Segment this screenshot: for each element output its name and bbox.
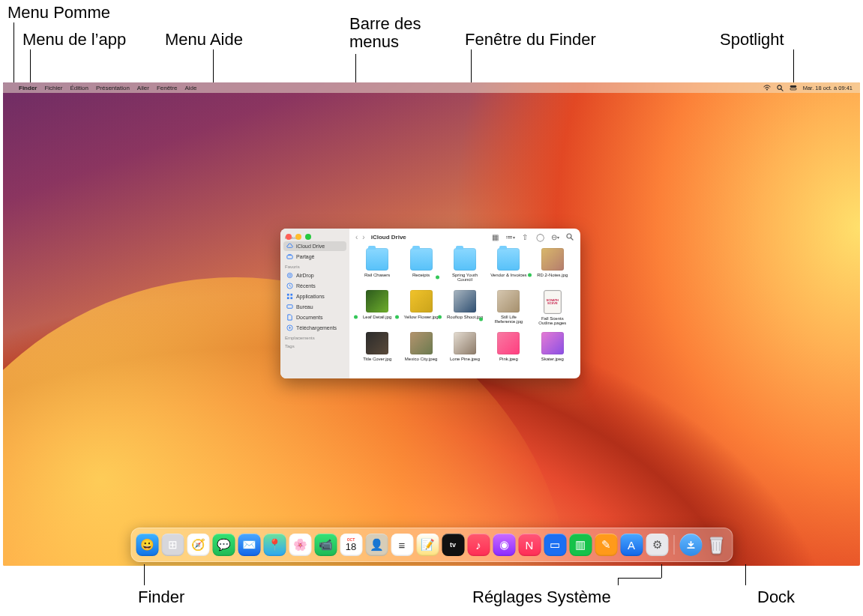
spotlight-icon[interactable] (774, 85, 787, 91)
dock-app-facetime[interactable]: 📹 (314, 534, 337, 556)
dock-app-news[interactable]: N (518, 534, 541, 556)
sidebar-item-documents[interactable]: Documents (283, 312, 346, 322)
sidebar-item-airdrop[interactable]: AirDrop (283, 271, 346, 280)
search-icon[interactable] (565, 232, 574, 241)
file-item[interactable]: RD.2-Notes.jpg (532, 248, 573, 289)
file-name: Fall Scents Outline.pages (532, 316, 573, 326)
file-name: Spring Youth Council (445, 273, 485, 283)
sync-status-icon (354, 315, 358, 319)
file-name: Still Life Reference.jpg (488, 315, 529, 324)
dock-app-safari[interactable]: 🧭 (187, 534, 209, 556)
callout-spotlight: Spotlight (720, 30, 784, 49)
file-item[interactable]: Vendor & Invoices (488, 248, 529, 289)
callout-app-menu: Menu de l’app (22, 30, 126, 49)
file-item[interactable]: Mexico City.jpeg (400, 332, 441, 372)
dock-app-musique[interactable]: ♪ (467, 534, 490, 556)
dock-app-rappels[interactable]: ≡ (391, 534, 413, 556)
file-name: Pink.jpeg (499, 357, 518, 361)
file-item[interactable]: Lone Pine.jpeg (445, 332, 485, 372)
dock: 😀⊞🧭💬✉️📍🌸📹OCT18👤≡📝tv♪◉N▭▥✎A⚙︎ (130, 528, 733, 562)
sidebar-section-label: Emplacements (285, 336, 345, 340)
sidebar-item-label: Documents (296, 315, 322, 320)
sidebar-item-partagé[interactable]: Partagé (283, 252, 346, 262)
nav-back-icon[interactable]: ‹ (355, 233, 358, 241)
menubar-item-fichier[interactable]: Fichier (40, 85, 66, 91)
wifi-icon[interactable] (760, 85, 774, 91)
menubar-item-fenêtre[interactable]: Fenêtre (153, 85, 181, 91)
svg-rect-4 (790, 88, 796, 90)
file-item[interactable]: Spring Youth Council (445, 248, 485, 289)
airdrop-icon (286, 272, 293, 279)
file-item[interactable]: Receipts (400, 248, 441, 289)
dock-app-réglages-système[interactable]: ⚙︎ (646, 534, 668, 556)
file-name: Leaf Detail.jpg (363, 315, 391, 319)
group-menu-icon[interactable]: ≔▾ (505, 232, 514, 241)
sidebar-item-bureau[interactable]: Bureau (283, 302, 346, 312)
dock-app-launchpad[interactable]: ⊞ (161, 534, 184, 556)
view-icons-icon[interactable]: ▦ (490, 232, 499, 241)
tags-icon[interactable]: ◯ (535, 232, 544, 241)
sidebar-item-applications[interactable]: Applications (283, 292, 346, 301)
dock-app-mail[interactable]: ✉️ (238, 534, 260, 556)
nav-forward-icon[interactable]: › (362, 233, 364, 241)
dock-app-contacts[interactable]: 👤 (365, 534, 388, 556)
folder-icon (497, 248, 520, 271)
menubar-item-aide[interactable]: Aide (181, 85, 200, 91)
close-button[interactable] (286, 234, 292, 240)
file-item[interactable]: Rail Chasers (357, 248, 397, 289)
action-menu-icon[interactable]: ⊖▾ (550, 232, 559, 241)
file-item[interactable]: Skater.jpeg (532, 332, 573, 372)
sidebar-item-récents[interactable]: Récents (283, 281, 346, 291)
file-name: Rail Chasers (364, 273, 390, 277)
file-item[interactable]: Yellow Flower.jpg (400, 290, 441, 330)
finder-window[interactable]: iCloudiCloud DrivePartagéFavorisAirDropR… (280, 229, 580, 378)
folder-icon (454, 248, 476, 271)
file-item[interactable]: Rooftop Shoot.jpg (445, 290, 485, 330)
window-traffic-lights[interactable] (286, 234, 311, 240)
file-item[interactable]: SCNATHSCSVEFall Scents Outline.pages (532, 290, 573, 330)
zoom-button[interactable] (305, 234, 311, 240)
dock-app-plans[interactable]: 📍 (263, 534, 286, 556)
shared-icon (286, 253, 293, 260)
svg-rect-12 (290, 297, 292, 299)
dock-app-messages[interactable]: 💬 (212, 534, 235, 556)
dock-app-tv[interactable]: tv (442, 534, 464, 556)
file-item[interactable]: Title Cover.jpg (357, 332, 397, 372)
minimize-button[interactable] (295, 234, 301, 240)
dock-app-keynote[interactable]: ▭ (544, 534, 566, 556)
leader (30, 49, 31, 84)
file-name: RD.2-Notes.jpg (537, 273, 568, 277)
apps-icon (286, 293, 293, 300)
file-item[interactable]: Leaf Detail.jpg (357, 290, 397, 330)
svg-rect-10 (290, 294, 292, 296)
menubar-item-finder[interactable]: Finder (15, 85, 40, 91)
dock-app-numbers[interactable]: ▥ (569, 534, 592, 556)
dock-app-pages[interactable]: ✎ (595, 534, 617, 556)
file-item[interactable]: Pink.jpeg (488, 332, 529, 372)
leader (144, 564, 145, 585)
share-icon[interactable]: ⇧ (520, 232, 529, 241)
callout-system-settings: Réglages Système (472, 588, 611, 607)
menubar-item-aller[interactable]: Aller (133, 85, 153, 91)
menubar-item-édition[interactable]: Édition (66, 85, 91, 91)
file-name: Receipts (412, 273, 430, 277)
file-item[interactable]: Still Life Reference.jpg (488, 290, 529, 330)
sidebar-item-téléchargements[interactable]: Téléchargements (283, 323, 346, 333)
sidebar-item-icloud-drive[interactable]: iCloud Drive (283, 241, 346, 251)
dock-app-calendrier[interactable]: OCT18 (340, 534, 362, 556)
dock-downloads-stack[interactable] (679, 534, 702, 556)
file-name: Mexico City.jpeg (405, 357, 438, 361)
dock-app-podcasts[interactable]: ◉ (493, 534, 515, 556)
dock-app-app-store[interactable]: A (620, 534, 643, 556)
image-thumbnail (410, 332, 433, 354)
menubar-item-présentation[interactable]: Présentation (92, 85, 133, 91)
control-center-icon[interactable] (787, 85, 800, 91)
image-thumbnail (454, 290, 476, 312)
dock-app-notes[interactable]: 📝 (416, 534, 439, 556)
dock-trash[interactable] (705, 534, 727, 556)
dock-app-finder[interactable]: 😀 (136, 534, 158, 556)
file-name: Skater.jpeg (541, 357, 564, 361)
menubar-clock[interactable]: Mar. 18 oct. à 09:41 (800, 85, 856, 91)
folder-icon (410, 248, 433, 271)
dock-app-photos[interactable]: 🌸 (289, 534, 311, 556)
